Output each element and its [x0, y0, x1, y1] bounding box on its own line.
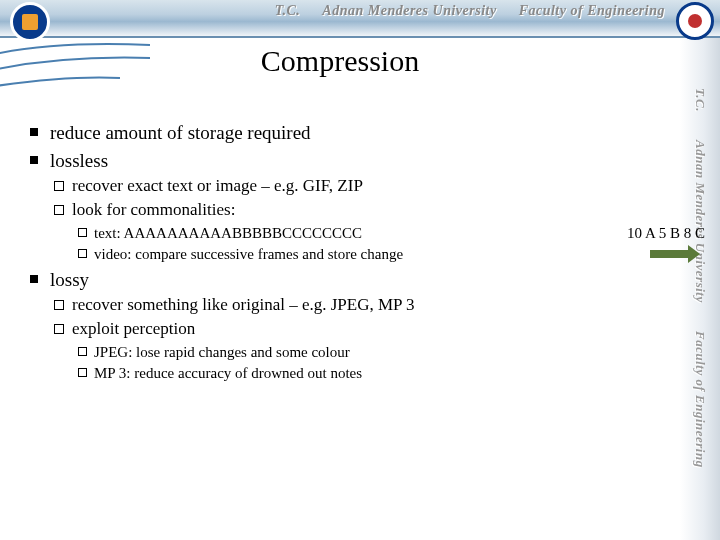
sub-recover-exact: recover exact text or image – e.g. GIF, … — [50, 175, 670, 198]
sub-commonalities: look for commonalities: text: AAAAAAAAAA… — [50, 199, 670, 264]
header-tc: T.C. — [275, 3, 301, 18]
sub-video-frames: video: compare successive frames and sto… — [72, 244, 670, 264]
side-strip: T.C. Adnan Menderes University Faculty o… — [680, 38, 720, 540]
sub-recover-like: recover something like original – e.g. J… — [50, 294, 670, 317]
rle-encoded: 10 A 5 B 8 C — [627, 223, 705, 243]
sub-mp3: MP 3: reduce accuracy of drowned out not… — [72, 363, 670, 383]
rle-raw: text: AAAAAAAAAABBBBBCCCCCCCC — [94, 225, 362, 241]
faculty-logo-icon — [676, 2, 714, 40]
side-tc: T.C. — [692, 88, 708, 112]
sub-jpeg: JPEG: lose rapid changes and some colour — [72, 342, 670, 362]
university-logo-icon — [10, 2, 50, 42]
header-faculty: Faculty of Engineering — [519, 3, 665, 18]
bullet-lossless-label: lossless — [50, 150, 108, 171]
bullet-lossless: lossless recover exact text or image – e… — [28, 148, 670, 265]
bullet-lossy: lossy recover something like original – … — [28, 267, 670, 384]
header-text: T.C. Adnan Menderes University Faculty o… — [257, 0, 665, 22]
side-faculty: Faculty of Engineering — [692, 331, 708, 468]
sub-text-rle: text: AAAAAAAAAABBBBBCCCCCCCC 10 A 5 B 8… — [72, 223, 670, 243]
side-university: Adnan Menderes University — [692, 140, 708, 303]
bullet-lossy-label: lossy — [50, 269, 89, 290]
decorative-swoosh-icon — [0, 30, 160, 110]
sub-exploit-perception: exploit perception JPEG: lose rapid chan… — [50, 318, 670, 383]
bullet-storage: reduce amount of storage required — [28, 120, 670, 146]
sub-commonalities-label: look for commonalities: — [72, 200, 235, 219]
slide-content: reduce amount of storage required lossle… — [28, 120, 670, 386]
sub-exploit-label: exploit perception — [72, 319, 195, 338]
svg-marker-1 — [688, 245, 700, 263]
header-university: Adnan Menderes University — [322, 3, 496, 18]
